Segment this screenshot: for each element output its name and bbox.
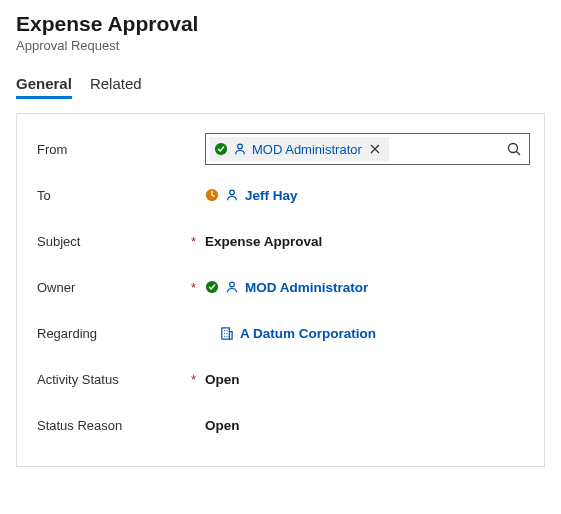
row-regarding: Regarding A Datum Corporation xyxy=(31,310,530,356)
svg-rect-7 xyxy=(222,327,230,338)
to-link[interactable]: Jeff Hay xyxy=(245,188,298,203)
label-regarding: Regarding xyxy=(31,326,191,341)
required-marker: * xyxy=(191,372,205,387)
svg-point-1 xyxy=(238,144,243,149)
subject-text: Expense Approval xyxy=(205,234,322,249)
row-from: From MOD Administrator xyxy=(31,126,530,172)
row-owner: Owner * MOD Administrator xyxy=(31,264,530,310)
svg-point-4 xyxy=(230,190,235,195)
label-subject: Subject xyxy=(31,234,191,249)
tab-general[interactable]: General xyxy=(16,75,72,99)
page-title: Expense Approval xyxy=(16,12,545,36)
activity-status-value[interactable]: Open xyxy=(205,372,530,387)
clock-icon xyxy=(205,188,219,202)
required-marker: * xyxy=(191,280,205,295)
activity-status-text: Open xyxy=(205,372,240,387)
search-icon[interactable] xyxy=(505,140,523,158)
regarding-value[interactable]: A Datum Corporation xyxy=(205,326,530,341)
row-activity-status: Activity Status * Open xyxy=(31,356,530,402)
subject-value[interactable]: Expense Approval xyxy=(205,234,530,249)
person-icon xyxy=(225,280,239,294)
status-reason-value[interactable]: Open xyxy=(205,418,530,433)
check-circle-icon xyxy=(214,142,228,156)
check-circle-icon xyxy=(205,280,219,294)
svg-point-6 xyxy=(230,282,235,287)
regarding-link[interactable]: A Datum Corporation xyxy=(240,326,376,341)
entity-subtitle: Approval Request xyxy=(16,38,545,53)
label-activity-status: Activity Status xyxy=(31,372,191,387)
row-subject: Subject * Expense Approval xyxy=(31,218,530,264)
owner-value[interactable]: MOD Administrator xyxy=(205,280,530,295)
tab-related[interactable]: Related xyxy=(90,75,142,99)
svg-point-2 xyxy=(509,144,518,153)
remove-chip-icon[interactable] xyxy=(367,141,383,157)
label-to: To xyxy=(31,188,191,203)
from-lookup-field[interactable]: MOD Administrator xyxy=(205,133,530,165)
tab-bar: General Related xyxy=(16,75,545,99)
status-reason-text: Open xyxy=(205,418,240,433)
form-panel: From MOD Administrator xyxy=(16,113,545,467)
person-icon xyxy=(233,142,247,156)
from-chip[interactable]: MOD Administrator xyxy=(210,137,389,161)
required-marker: * xyxy=(191,234,205,249)
to-value[interactable]: Jeff Hay xyxy=(205,188,530,203)
label-from: From xyxy=(31,142,191,157)
label-owner: Owner xyxy=(31,280,191,295)
row-to: To Jeff Hay xyxy=(31,172,530,218)
from-chip-text: MOD Administrator xyxy=(252,142,362,157)
label-status-reason: Status Reason xyxy=(31,418,191,433)
building-icon xyxy=(219,326,234,341)
owner-link[interactable]: MOD Administrator xyxy=(245,280,368,295)
person-icon xyxy=(225,188,239,202)
row-status-reason: Status Reason Open xyxy=(31,402,530,448)
